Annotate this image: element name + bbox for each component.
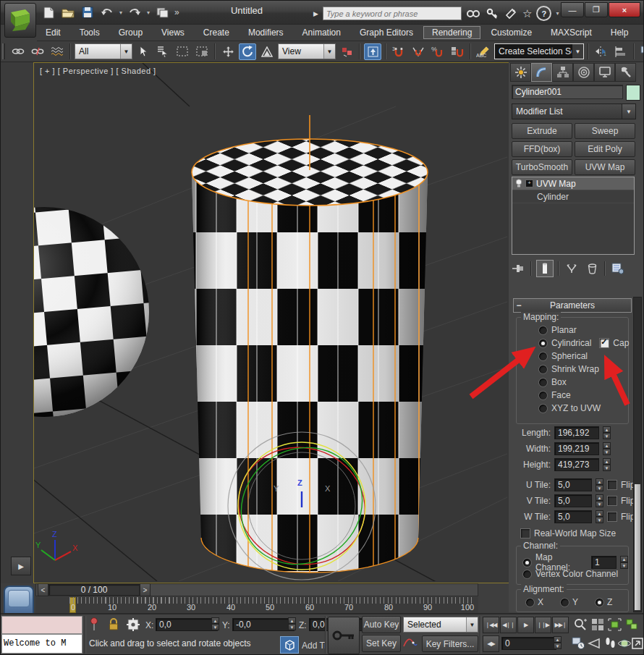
mapping-option-box[interactable]: Box [538, 377, 567, 387]
angle-snap-toggle-icon[interactable] [410, 43, 427, 60]
mapping-option-planar[interactable]: Planar [538, 325, 577, 335]
menu-maxscript[interactable]: MAXScript [542, 26, 601, 39]
previous-frame-button[interactable]: ◀❘❘ [500, 617, 517, 633]
open-file-icon[interactable] [61, 5, 75, 20]
radio-icon[interactable] [538, 326, 548, 335]
selection-set-dropdown[interactable]: Selected ▼ [403, 617, 478, 633]
object-color-swatch[interactable] [626, 85, 640, 101]
zoom-extents-all-icon[interactable] [624, 617, 640, 632]
reference-coordinate-dropdown[interactable]: View ▼ [278, 43, 336, 59]
mapping-option-spherical[interactable]: Spherical [538, 351, 588, 361]
maxscript-mini-listener-white[interactable]: Welcome to M [1, 634, 82, 654]
v-flip-checkbox[interactable] [607, 496, 617, 506]
modifier-button-turbosmooth[interactable]: TurboSmooth [512, 159, 572, 175]
u-flip-checkbox[interactable] [607, 480, 617, 490]
time-slider-value[interactable]: 0 / 100 [48, 584, 140, 596]
checker-cylinder[interactable] [186, 115, 435, 581]
menu-graph-editors[interactable]: Graph Editors [351, 26, 422, 39]
x-coord-field[interactable]: 0,0 [156, 618, 218, 631]
make-unique-icon[interactable] [564, 261, 580, 276]
vertex-color-row[interactable]: Vertex Color Channel [522, 569, 618, 579]
length-field[interactable]: 196,192 [554, 426, 599, 439]
viewport-tab-flyout-button[interactable]: ▶ [11, 557, 31, 575]
search-input[interactable] [323, 7, 462, 20]
tab-utilities[interactable] [615, 63, 636, 82]
object-name-field[interactable] [512, 85, 623, 99]
alignment-x[interactable]: X [525, 597, 543, 607]
communication-center-icon[interactable] [504, 7, 518, 21]
set-key-button[interactable]: Set Key [362, 635, 401, 652]
help-dropdown-icon[interactable]: ▾ [556, 10, 559, 17]
tab-display[interactable] [594, 63, 615, 82]
radio-icon[interactable] [538, 365, 548, 374]
map-channel-field[interactable]: 1 [591, 556, 617, 569]
radio-icon[interactable] [538, 378, 548, 387]
key-filters-button[interactable]: Key Filters... [422, 635, 478, 652]
go-to-end-button[interactable]: ▶▶❘ [552, 617, 569, 633]
u-tile-spinner[interactable]: ▲▼ [596, 478, 603, 491]
modifier-button-uvwmap[interactable]: UVW Map [575, 159, 635, 175]
select-object-icon[interactable] [135, 43, 152, 60]
viewport-canvas[interactable]: Y Z X Z X Y [34, 63, 507, 581]
menu-rendering[interactable]: Rendering [423, 26, 480, 39]
modifier-stack[interactable]: + UVW Map Cylinder [512, 177, 635, 255]
auto-key-button[interactable]: Auto Key [362, 616, 401, 633]
zoom-extents-icon[interactable] [607, 617, 622, 632]
radio-icon[interactable] [538, 404, 548, 413]
project-folder-icon[interactable] [155, 5, 169, 20]
viewport-label[interactable]: [ + ] [ Perspective ] [ Shaded ] [40, 67, 156, 75]
use-selection-center-icon[interactable] [364, 43, 381, 60]
menu-edit[interactable]: Edit [37, 26, 69, 39]
radio-icon[interactable] [525, 598, 535, 607]
configure-modifier-sets-icon[interactable] [610, 261, 626, 276]
bind-to-space-warp-icon[interactable] [48, 43, 66, 60]
perspective-viewport[interactable]: [ + ] [ Perspective ] [ Shaded ] [33, 62, 509, 583]
v-tile-spinner[interactable]: ▲▼ [596, 494, 603, 507]
layer-manager-icon[interactable] [638, 43, 644, 60]
next-frame-slider-button[interactable]: > [140, 583, 151, 596]
absolute-mode-transform-icon[interactable] [127, 618, 141, 633]
subscription-key-icon[interactable] [485, 7, 499, 21]
select-and-link-icon[interactable] [9, 43, 27, 60]
cap-checkbox[interactable] [599, 338, 609, 348]
modifier-enabled-bulb-icon[interactable] [515, 179, 522, 188]
next-frame-button[interactable]: ❘❘▶ [535, 617, 551, 633]
expand-icon[interactable]: + [525, 179, 533, 187]
use-center-flyout-icon[interactable] [338, 43, 355, 60]
field-of-view-icon[interactable] [587, 635, 602, 651]
alignment-z[interactable]: Z [595, 597, 612, 607]
menu-views[interactable]: Views [153, 26, 193, 39]
go-to-start-button[interactable]: ❘◀◀ [483, 617, 499, 633]
u-tile-field[interactable]: 5,0 [554, 478, 592, 491]
parameters-rollout-header[interactable]: − Parameters [513, 298, 632, 313]
undo-icon[interactable] [100, 5, 114, 20]
minimize-button[interactable]: — [561, 2, 584, 17]
y-coord-field[interactable]: -0,0 [232, 618, 295, 631]
unlink-selection-icon[interactable] [29, 43, 46, 60]
tab-hierarchy[interactable] [552, 63, 573, 82]
menu-customize[interactable]: Customize [482, 26, 541, 39]
radio-icon[interactable] [595, 598, 604, 607]
window-crossing-toggle-icon[interactable] [193, 43, 211, 60]
x-coord-spinner[interactable]: ▲▼ [211, 617, 219, 630]
add-time-tag[interactable]: Add Ti [302, 641, 326, 651]
modifier-button-extrude[interactable]: Extrude [512, 123, 572, 139]
radio-icon[interactable] [538, 391, 548, 400]
pin-icon[interactable] [89, 617, 99, 634]
tab-create[interactable] [510, 63, 531, 82]
tab-modify[interactable] [531, 63, 552, 82]
toolbar-grip[interactable] [2, 43, 5, 59]
mapping-option-face[interactable]: Face [538, 390, 571, 400]
select-and-move-icon[interactable] [219, 43, 237, 60]
save-file-icon[interactable] [80, 5, 95, 20]
y-coord-spinner[interactable]: ▲▼ [288, 617, 296, 630]
default-in-out-tangents-icon[interactable] [403, 636, 418, 651]
select-and-rotate-icon[interactable] [239, 43, 256, 60]
menu-create[interactable]: Create [195, 26, 238, 39]
radio-icon[interactable] [522, 558, 532, 567]
width-field[interactable]: 199,219 [554, 442, 599, 455]
height-spinner[interactable]: ▲▼ [603, 458, 611, 471]
help-icon[interactable]: ? [536, 6, 551, 21]
alignment-y[interactable]: Y [560, 597, 578, 607]
radio-icon[interactable] [538, 339, 548, 348]
